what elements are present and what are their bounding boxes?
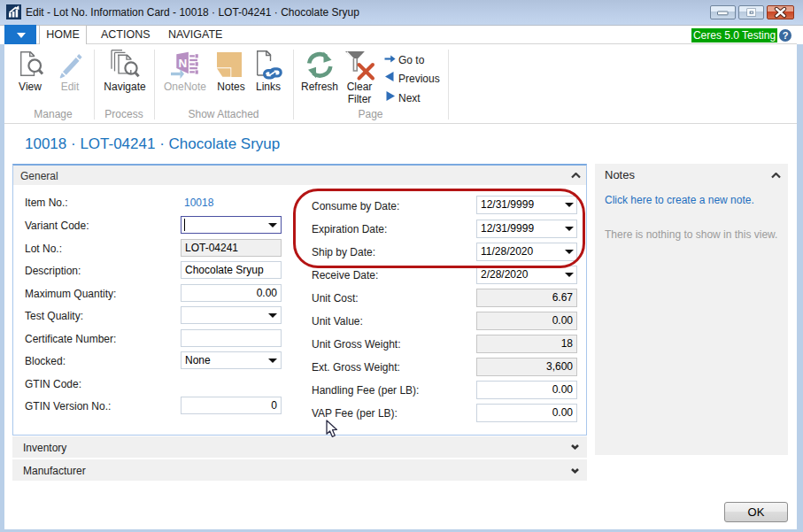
svg-text:N: N bbox=[178, 57, 187, 70]
